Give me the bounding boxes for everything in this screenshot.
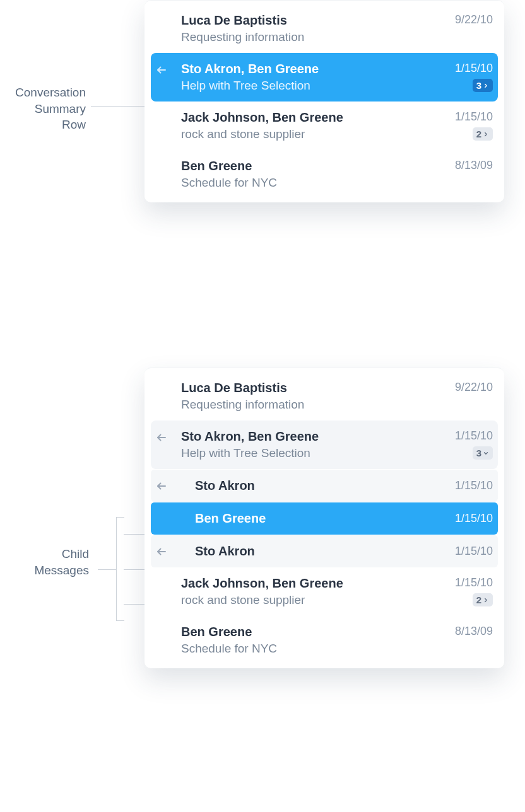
- conversation-row[interactable]: Ben Greene Schedule for NYC 8/13/09: [145, 616, 504, 664]
- child-sender: Sto Akron: [195, 544, 455, 559]
- child-sender: Sto Akron: [195, 478, 455, 493]
- conversation-sender: Ben Greene: [181, 625, 451, 639]
- conversation-subject: Schedule for NYC: [181, 176, 451, 190]
- conversation-date: 9/22/10: [455, 13, 493, 26]
- conversation-row[interactable]: Luca De Baptistis Requesting information…: [145, 4, 504, 53]
- conversation-subject: Requesting information: [181, 30, 451, 44]
- conversation-subject: rock and stone supplier: [181, 593, 451, 607]
- thread-count: 3: [476, 80, 481, 91]
- conversation-date: 1/15/10: [455, 429, 493, 443]
- reply-arrow-icon: [156, 432, 167, 443]
- conversation-subject: Schedule for NYC: [181, 642, 451, 656]
- conversation-subject: rock and stone supplier: [181, 127, 451, 141]
- child-date: 1/15/10: [455, 512, 493, 525]
- chevron-right-icon: [483, 597, 489, 603]
- annotation-child-messages: Child Messages: [23, 546, 89, 578]
- reply-arrow-icon: [156, 480, 167, 492]
- child-date: 1/15/10: [455, 545, 493, 558]
- conversation-sender: Sto Akron, Ben Greene: [181, 429, 451, 444]
- conversation-subject: Help with Tree Selection: [181, 446, 451, 460]
- thread-count-badge[interactable]: 2: [473, 593, 493, 606]
- thread-count-badge[interactable]: 2: [473, 127, 493, 141]
- thread-count-badge[interactable]: 3: [473, 446, 493, 460]
- child-message-row[interactable]: Sto Akron 1/15/10: [151, 469, 498, 502]
- annotation-line: [124, 604, 145, 605]
- child-messages-group: Sto Akron 1/15/10 Ben Greene 1/15/10 Sto…: [151, 469, 498, 567]
- conversation-subject: Requesting information: [181, 398, 451, 412]
- conversation-date: 1/15/10: [455, 110, 493, 124]
- child-message-row-selected[interactable]: Ben Greene 1/15/10: [151, 502, 498, 535]
- conversation-sender: Luca De Baptistis: [181, 381, 451, 395]
- thread-count: 3: [476, 448, 481, 458]
- conversation-list-panel-collapsed: Luca De Baptistis Requesting information…: [145, 0, 504, 202]
- reply-arrow-icon: [156, 64, 167, 76]
- annotation-line: [91, 106, 145, 107]
- chevron-down-icon: [483, 450, 489, 456]
- conversation-date: 8/13/09: [455, 159, 493, 172]
- child-date: 1/15/10: [455, 479, 493, 492]
- thread-count: 2: [476, 594, 481, 605]
- thread-count: 2: [476, 129, 481, 139]
- conversation-row[interactable]: Luca De Baptistis Requesting information…: [145, 372, 504, 420]
- conversation-date: 1/15/10: [455, 576, 493, 589]
- chevron-right-icon: [483, 83, 489, 89]
- conversation-list-panel-expanded: Luca De Baptistis Requesting information…: [145, 368, 504, 668]
- chevron-right-icon: [483, 131, 489, 137]
- conversation-subject: Help with Tree Selection: [181, 79, 451, 93]
- annotation-summary-row: Conversation Summary Row: [0, 84, 86, 133]
- conversation-date: 1/15/10: [455, 62, 493, 75]
- conversation-row-selected[interactable]: Sto Akron, Ben Greene Help with Tree Sel…: [151, 53, 498, 102]
- conversation-sender: Jack Johnson, Ben Greene: [181, 110, 451, 125]
- conversation-date: 8/13/09: [455, 625, 493, 638]
- annotation-bracket: [116, 517, 117, 621]
- reply-arrow-icon: [156, 546, 167, 557]
- conversation-sender: Jack Johnson, Ben Greene: [181, 576, 451, 591]
- conversation-date: 9/22/10: [455, 381, 493, 394]
- conversation-sender: Luca De Baptistis: [181, 13, 451, 28]
- conversation-sender: Sto Akron, Ben Greene: [181, 62, 451, 76]
- annotation-line: [124, 534, 145, 535]
- conversation-row-expanded[interactable]: Sto Akron, Ben Greene Help with Tree Sel…: [151, 420, 498, 469]
- thread-count-badge[interactable]: 3: [473, 79, 493, 92]
- conversation-row[interactable]: Ben Greene Schedule for NYC 8/13/09: [145, 150, 504, 199]
- conversation-row[interactable]: Jack Johnson, Ben Greene rock and stone …: [145, 567, 504, 616]
- conversation-row[interactable]: Jack Johnson, Ben Greene rock and stone …: [145, 102, 504, 150]
- child-sender: Ben Greene: [195, 511, 455, 526]
- conversation-sender: Ben Greene: [181, 159, 451, 173]
- child-message-row[interactable]: Sto Akron 1/15/10: [151, 535, 498, 567]
- annotation-line: [124, 569, 145, 570]
